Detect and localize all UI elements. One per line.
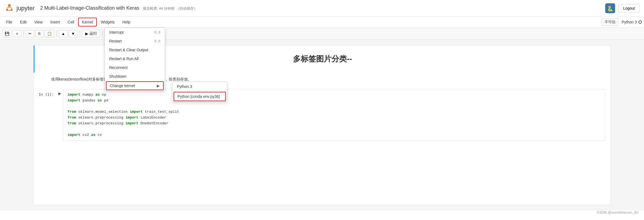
kernel-menu-change[interactable]: Change kernel ▶ bbox=[106, 81, 164, 90]
run-icon: ▶ bbox=[85, 31, 88, 36]
kernel-menu-shutdown[interactable]: Shutdown bbox=[105, 72, 165, 81]
notebook-title-text[interactable]: 2 Multi-Label-Image-Classification with … bbox=[40, 5, 139, 11]
kernel-menu-restart-run[interactable]: Restart & Run All bbox=[105, 54, 165, 63]
code-cell-1-inner: In [1]: ▶ import numpy as np import pand… bbox=[35, 89, 611, 141]
submenu-python3[interactable]: Python 3 bbox=[172, 82, 227, 91]
header: jupyter 2 Multi-Label-Image-Classificati… bbox=[0, 0, 644, 17]
menu-view[interactable]: View bbox=[31, 18, 46, 26]
python-icon: 🐍 bbox=[605, 3, 615, 13]
jupyter-logo-icon bbox=[4, 3, 14, 13]
menu-kernel[interactable]: Kernel bbox=[78, 18, 97, 26]
logout-button[interactable]: Logout bbox=[618, 4, 640, 12]
menu-cell[interactable]: Cell bbox=[64, 18, 78, 26]
menu-file[interactable]: File bbox=[2, 18, 16, 26]
move-up-button[interactable]: ▲ bbox=[59, 30, 68, 37]
toolbar-separator-1 bbox=[23, 30, 24, 37]
kernel-menu-restart-clear[interactable]: Restart & Clear Output bbox=[105, 45, 165, 54]
menubar-right: 不可信 Python 3 bbox=[602, 18, 642, 26]
add-cell-button[interactable]: + bbox=[13, 30, 21, 37]
watermark: CSDN @sunshinecxm_BJ bbox=[597, 210, 638, 214]
menu-insert[interactable]: Insert bbox=[46, 18, 64, 26]
menu-widgets[interactable]: Widgets bbox=[97, 18, 119, 26]
copy-button[interactable]: ⎘ bbox=[35, 30, 43, 37]
jupyter-logo-text: jupyter bbox=[17, 5, 35, 12]
jupyter-logo: jupyter bbox=[4, 3, 35, 13]
toolbar: 💾 + ✂ ⎘ 📋 ▲ ▼ ▶ 运行 Code Markdown Raw NBC… bbox=[0, 28, 644, 40]
kernel-menu-reconnect[interactable]: Reconnect bbox=[105, 63, 165, 72]
code-line-6: from sklearn.preprocessing import OneHot… bbox=[68, 121, 601, 127]
code-cell-1: In [1]: ▶ import numpy as np import pand… bbox=[34, 86, 611, 144]
code-line-8: import cv2 as cv bbox=[68, 132, 601, 138]
cell-code-1[interactable]: import numpy as np import pandas as pd f… bbox=[63, 89, 605, 141]
menu-edit[interactable]: Edit bbox=[16, 18, 31, 26]
paste-button[interactable]: 📋 bbox=[45, 30, 54, 37]
save-button[interactable]: 💾 bbox=[2, 30, 12, 37]
run-label: 运行 bbox=[89, 31, 97, 36]
code-line-4: from sklearn.model_selection import trai… bbox=[68, 109, 601, 115]
toolbar-separator-3 bbox=[80, 30, 80, 37]
kernel-menu: Interrupt 0,0 Restart 0,0 Restart & Clea… bbox=[105, 28, 165, 91]
svg-text:🐍: 🐍 bbox=[607, 5, 614, 12]
kernel-badge: Python 3 bbox=[622, 20, 642, 24]
submenu-arrow-icon: ▶ bbox=[157, 84, 160, 88]
save-info: 最后检查: 44 分钟前 （自动保存） bbox=[143, 6, 197, 10]
menubar: File Edit View Insert Cell Kernel Widget… bbox=[0, 17, 644, 28]
notebook-content: 多标签图片分类-- 使用keras(tensorflow)对多标签图片分类，图片… bbox=[0, 40, 644, 211]
cut-button[interactable]: ✂ bbox=[26, 30, 34, 37]
kernel-menu-restart[interactable]: Restart 0,0 bbox=[105, 37, 165, 45]
notebook-title-area: 2 Multi-Label-Image-Classification with … bbox=[40, 5, 605, 11]
cell-run-icon[interactable]: ▶ bbox=[57, 89, 63, 98]
code-line-1: import numpy as np bbox=[68, 92, 601, 98]
move-down-button[interactable]: ▼ bbox=[69, 30, 78, 37]
code-line-7 bbox=[68, 127, 601, 132]
toolbar-separator-4 bbox=[102, 30, 103, 37]
toolbar-separator-2 bbox=[56, 30, 57, 37]
run-button[interactable]: ▶ 运行 bbox=[82, 30, 100, 37]
kernel-status-circle bbox=[638, 20, 642, 24]
cell-prompt-1: In [1]: bbox=[35, 89, 57, 100]
svg-point-0 bbox=[8, 4, 11, 7]
header-right: 🐍 Logout bbox=[605, 3, 640, 13]
submenu-python-conda[interactable]: Python [conda env:py36] bbox=[174, 92, 226, 101]
kernel-name: Python 3 bbox=[622, 20, 637, 24]
change-kernel-submenu: Python 3 Python [conda env:py36] bbox=[172, 82, 227, 102]
menu-help[interactable]: Help bbox=[119, 18, 134, 26]
trust-badge: 不可信 bbox=[602, 18, 618, 26]
code-line-5: from sklearn.preprocessing import LabelE… bbox=[68, 115, 601, 121]
svg-point-3 bbox=[7, 7, 12, 10]
code-line-2: import pandas as pd bbox=[68, 98, 601, 104]
code-line-3 bbox=[68, 104, 601, 109]
kernel-menu-interrupt[interactable]: Interrupt 0,0 bbox=[105, 28, 165, 37]
